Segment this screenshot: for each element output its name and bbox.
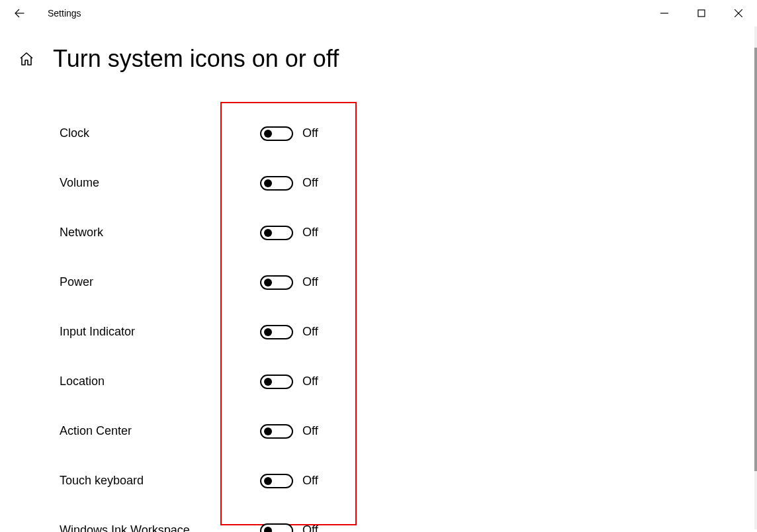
setting-row-network: Network Off bbox=[0, 208, 757, 257]
toggle-windows-ink[interactable] bbox=[260, 523, 293, 533]
toggle-status: Off bbox=[302, 226, 318, 240]
toggle-clock[interactable] bbox=[260, 126, 293, 141]
toggle-action-center[interactable] bbox=[260, 424, 293, 439]
setting-label: Input Indicator bbox=[60, 325, 225, 339]
setting-label: Network bbox=[60, 226, 225, 240]
toggle-status: Off bbox=[302, 176, 318, 190]
caption-buttons bbox=[646, 0, 757, 26]
toggle-status: Off bbox=[302, 375, 318, 388]
titlebar: Settings bbox=[0, 0, 757, 26]
toggle-status: Off bbox=[302, 126, 318, 140]
maximize-button[interactable] bbox=[683, 0, 720, 26]
setting-label: Touch keyboard bbox=[60, 474, 225, 488]
toggle-wrap: Off bbox=[260, 424, 318, 439]
toggle-volume[interactable] bbox=[260, 176, 293, 191]
setting-label: Action Center bbox=[60, 424, 225, 438]
arrow-left-icon bbox=[13, 7, 25, 19]
setting-row-location: Location Off bbox=[0, 357, 757, 406]
toggle-wrap: Off bbox=[260, 375, 318, 389]
toggle-status: Off bbox=[302, 275, 318, 289]
scrollbar-thumb[interactable] bbox=[754, 48, 757, 471]
toggle-status: Off bbox=[302, 325, 318, 339]
page-title: Turn system icons on or off bbox=[53, 45, 339, 73]
toggle-wrap: Off bbox=[260, 325, 318, 339]
home-button[interactable] bbox=[19, 51, 34, 67]
setting-label: Location bbox=[60, 375, 225, 388]
app-title: Settings bbox=[48, 8, 81, 19]
toggle-location[interactable] bbox=[260, 375, 293, 389]
setting-row-power: Power Off bbox=[0, 257, 757, 307]
toggle-status: Off bbox=[302, 424, 318, 438]
toggle-wrap: Off bbox=[260, 176, 318, 191]
toggle-power[interactable] bbox=[260, 275, 293, 290]
setting-label: Volume bbox=[60, 176, 225, 190]
minimize-icon bbox=[660, 9, 668, 17]
setting-row-clock: Clock Off bbox=[0, 109, 757, 158]
home-icon bbox=[19, 51, 34, 67]
toggle-status: Off bbox=[302, 474, 318, 488]
toggle-wrap: Off bbox=[260, 523, 318, 533]
titlebar-left: Settings bbox=[13, 7, 81, 19]
setting-label: Windows Ink Workspace bbox=[60, 523, 225, 532]
setting-row-windows-ink: Windows Ink Workspace Off bbox=[0, 506, 757, 532]
setting-label: Power bbox=[60, 275, 225, 289]
maximize-icon bbox=[697, 9, 705, 17]
toggle-status: Off bbox=[302, 523, 318, 532]
toggle-touch-keyboard[interactable] bbox=[260, 474, 293, 488]
svg-rect-2 bbox=[698, 10, 705, 17]
close-icon bbox=[735, 9, 742, 17]
back-button[interactable] bbox=[13, 7, 25, 19]
close-button[interactable] bbox=[720, 0, 757, 26]
toggle-network[interactable] bbox=[260, 226, 293, 240]
toggle-wrap: Off bbox=[260, 474, 318, 488]
setting-row-touch-keyboard: Touch keyboard Off bbox=[0, 456, 757, 506]
minimize-button[interactable] bbox=[646, 0, 683, 26]
setting-row-action-center: Action Center Off bbox=[0, 406, 757, 456]
setting-row-input-indicator: Input Indicator Off bbox=[0, 307, 757, 357]
toggle-wrap: Off bbox=[260, 275, 318, 290]
toggle-wrap: Off bbox=[260, 226, 318, 240]
settings-list: Clock Off Volume Off Network Off Power O… bbox=[0, 109, 757, 532]
setting-label: Clock bbox=[60, 126, 225, 140]
header-row: Turn system icons on or off bbox=[0, 45, 757, 73]
setting-row-volume: Volume Off bbox=[0, 158, 757, 208]
toggle-input-indicator[interactable] bbox=[260, 325, 293, 339]
toggle-wrap: Off bbox=[260, 126, 318, 141]
